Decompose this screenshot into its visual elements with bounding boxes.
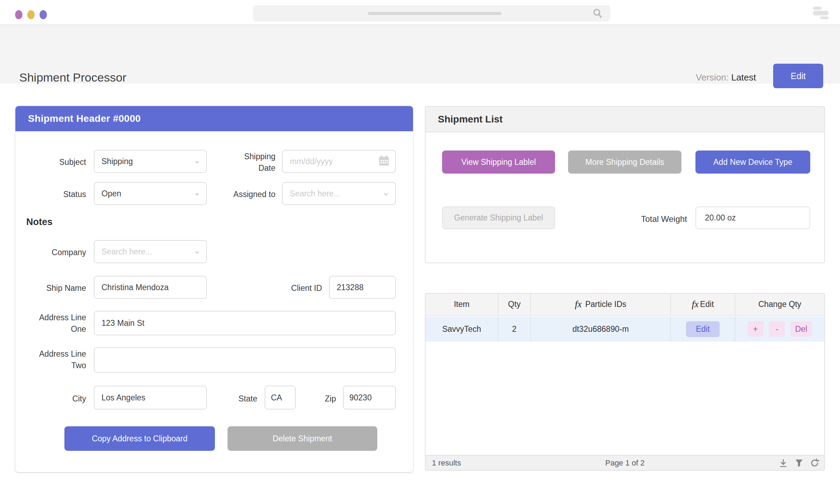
assigned-to-placeholder: Search here... bbox=[290, 189, 340, 198]
generate-shipping-label-button[interactable]: Generate Shipping Label bbox=[442, 206, 555, 229]
column-header-qty[interactable]: Qty bbox=[498, 294, 530, 315]
notes-heading: Notes bbox=[26, 217, 52, 227]
items-table-panel: Item Qty fx Particle IDs fx Edit Change … bbox=[425, 293, 825, 471]
version-info: Version: Latest bbox=[696, 72, 756, 83]
window-dot-violet[interactable] bbox=[40, 10, 47, 19]
subject-select[interactable]: Shipping ⌄ bbox=[94, 150, 207, 173]
state-input[interactable] bbox=[265, 386, 296, 410]
row-delete-button[interactable]: Del bbox=[790, 321, 812, 337]
view-shipping-label-button[interactable]: View Shipping Lablel bbox=[442, 150, 555, 174]
assigned-to-label: Assigned to bbox=[233, 189, 275, 200]
shipment-header-card-title-bar: Shipment Header #0000 bbox=[15, 106, 413, 131]
assigned-to-select[interactable]: Search here... ⌄ bbox=[282, 182, 396, 205]
browser-toolbar bbox=[0, 0, 840, 25]
version-value: Latest bbox=[731, 72, 756, 83]
address-search-bar[interactable] bbox=[253, 5, 610, 21]
zip-input[interactable] bbox=[343, 386, 396, 410]
total-weight-label: Total Weight bbox=[641, 213, 687, 225]
state-label: State bbox=[238, 393, 257, 405]
subject-value: Shipping bbox=[102, 157, 133, 166]
column-header-edit[interactable]: fx Edit bbox=[670, 294, 735, 315]
chevron-down-icon: ⌄ bbox=[194, 155, 201, 165]
cell-item: SavvyTech bbox=[426, 316, 498, 342]
shipping-date-label: Shipping Date bbox=[244, 151, 275, 174]
city-input[interactable] bbox=[94, 386, 207, 410]
status-select[interactable]: Open ⌄ bbox=[94, 182, 207, 205]
company-select[interactable]: Search here... ⌄ bbox=[94, 240, 207, 263]
column-header-change-qty[interactable]: Change Qty bbox=[735, 294, 824, 315]
cell-particle-ids: dt32u686890-m bbox=[530, 316, 670, 342]
page: Shipment Processor Version: Latest Edit … bbox=[0, 0, 840, 504]
table-footer: 1 results Page 1 of 2 bbox=[426, 455, 824, 470]
column-header-particle-ids[interactable]: fx Particle IDs bbox=[530, 294, 670, 315]
more-shipping-details-button[interactable]: More Shipping Details bbox=[568, 150, 681, 174]
shipment-header-card: Shipment Header #0000 Subject Shipping ⌄… bbox=[15, 106, 413, 472]
status-value: Open bbox=[102, 189, 121, 198]
shipping-date-field-wrap bbox=[282, 150, 396, 173]
copy-address-button[interactable]: Copy Address to Clipboard bbox=[64, 426, 215, 451]
subject-label: Subject bbox=[59, 156, 86, 168]
status-label: Status bbox=[63, 189, 86, 200]
address-line-one-input[interactable] bbox=[94, 311, 396, 335]
filter-icon[interactable] bbox=[795, 458, 803, 468]
cell-edit: Edit bbox=[670, 316, 735, 342]
delete-shipment-button[interactable]: Delete Shipment bbox=[227, 426, 377, 451]
menu-icon[interactable] bbox=[813, 7, 828, 19]
calendar-icon[interactable] bbox=[378, 154, 390, 168]
address-line-two-label: Address Line Two bbox=[39, 348, 86, 372]
window-dot-yellow[interactable] bbox=[27, 10, 35, 19]
chevron-down-icon: ⌄ bbox=[194, 188, 201, 197]
fx-icon: fx bbox=[692, 299, 699, 310]
edit-button[interactable]: Edit bbox=[773, 64, 823, 88]
table-header-row: Item Qty fx Particle IDs fx Edit Change … bbox=[426, 294, 824, 316]
shipment-list-title-bar: Shipment List bbox=[426, 107, 824, 132]
version-label: Version: bbox=[696, 72, 729, 83]
qty-increment-button[interactable]: + bbox=[748, 321, 763, 337]
client-id-label: Client ID bbox=[291, 282, 322, 294]
total-weight-input[interactable] bbox=[695, 206, 810, 229]
app-header: Shipment Processor Version: Latest Edit bbox=[0, 25, 840, 83]
address-line-one-label: Address Line One bbox=[39, 312, 86, 335]
page-title: Shipment Processor bbox=[19, 71, 126, 84]
company-label: Company bbox=[52, 247, 86, 258]
search-icon[interactable] bbox=[592, 8, 603, 20]
cell-qty: 2 bbox=[498, 316, 530, 342]
chevron-down-icon: ⌄ bbox=[383, 188, 390, 197]
qty-decrement-button[interactable]: - bbox=[769, 321, 785, 337]
refresh-icon[interactable] bbox=[810, 458, 819, 468]
column-header-item[interactable]: Item bbox=[426, 294, 498, 315]
zip-label: Zip bbox=[325, 393, 336, 405]
table-row[interactable]: SavvyTech 2 dt32u686890-m Edit + - Del bbox=[426, 316, 824, 342]
ship-name-input[interactable] bbox=[94, 276, 207, 299]
row-edit-button[interactable]: Edit bbox=[686, 321, 720, 337]
client-id-input[interactable] bbox=[329, 276, 396, 299]
fx-icon: fx bbox=[575, 299, 582, 310]
ship-name-label: Ship Name bbox=[46, 282, 86, 294]
url-placeholder-dash bbox=[368, 12, 502, 15]
shipment-header-title: Shipment Header #0000 bbox=[28, 113, 141, 124]
shipment-list-title: Shipment List bbox=[438, 114, 503, 125]
cell-change-qty: + - Del bbox=[735, 316, 824, 342]
add-new-device-type-button[interactable]: Add New Device Type bbox=[695, 150, 810, 174]
window-dot-purple[interactable] bbox=[15, 10, 22, 19]
download-icon[interactable] bbox=[779, 458, 788, 468]
chevron-down-icon: ⌄ bbox=[194, 246, 201, 255]
address-line-two-input[interactable] bbox=[94, 347, 396, 373]
company-placeholder: Search here... bbox=[102, 247, 152, 257]
pagination-status: Page 1 of 2 bbox=[426, 458, 824, 468]
city-label: City bbox=[72, 393, 86, 405]
shipment-list-panel: Shipment List View Shipping Lablel More … bbox=[425, 106, 825, 263]
